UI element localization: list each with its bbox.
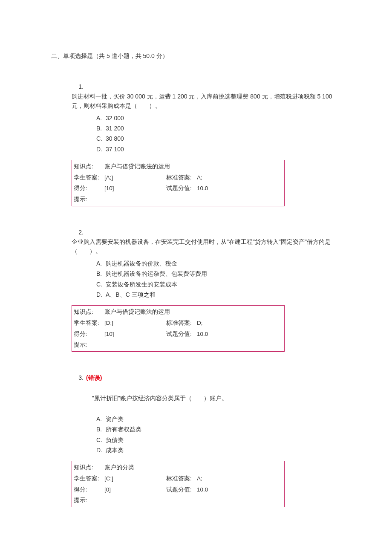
knowledge-label: 知识点: [74,161,104,172]
score-label: 得分: [74,484,104,495]
document-page: 二、单项选择题（共 5 道小题，共 50.0 分） 1.购进材料一批，买价 30… [0,0,392,555]
student-answer-label: 学生答案: [74,172,104,183]
option-letter: C. [96,435,106,445]
score-value: [10] [104,183,166,194]
option-c: C.安装设备所发生的安装成本 [96,280,341,289]
option-letter: B. [96,269,106,278]
option-d: D.37 100 [96,145,341,154]
knowledge-value: 账户与借贷记账法的运用 [104,161,170,172]
option-a: A.购进机器设备的价款、税金 [96,259,341,268]
option-text: 资产类 [106,416,124,422]
score-label: 得分: [74,183,104,194]
options-list: A.32 000 B.31 200 C.30 800 D.37 100 [96,113,341,154]
standard-answer-label: 标准答案: [166,473,197,484]
question-number: 2. [72,228,86,237]
option-a: A.32 000 [96,113,341,123]
option-a: A.资产类 [96,414,341,424]
knowledge-value: 账户的分类 [104,462,134,473]
standard-answer-value: D; [197,318,231,329]
option-b: B.购进机器设备的运杂费、包装费等费用 [96,269,341,278]
knowledge-label: 知识点: [74,462,104,473]
option-letter: D. [96,290,106,299]
student-answer-value: [A;] [104,172,166,183]
option-text: 31 200 [106,125,124,132]
student-answer-label: 学生答案: [74,473,104,484]
answer-box: 知识点: 账户与借贷记账法的运用 学生答案: [D;] 标准答案: D; 得分:… [72,305,285,352]
option-d: D.成本类 [96,445,341,455]
student-answer-label: 学生答案: [74,318,104,329]
option-c: C.30 800 [96,134,341,143]
option-text: 30 800 [106,135,124,142]
score-label: 得分: [74,329,104,340]
full-score-label: 试题分值: [166,183,197,194]
option-text: 32 000 [106,115,124,121]
option-d: D.A、B、C 三项之和 [96,290,341,299]
options-list: A.资产类 B.所有者权益类 C.负债类 D.成本类 [96,414,341,455]
standard-answer-value: A; [197,473,231,484]
student-answer-value: [C;] [104,473,166,484]
option-text: 负债类 [106,436,124,443]
standard-answer-value: A; [197,172,231,183]
full-score-label: 试题分值: [166,329,197,340]
student-answer-value: [D;] [104,318,166,329]
question-number: 3. [72,373,86,382]
option-b: B.31 200 [96,124,341,133]
full-score-value: 10.0 [197,329,231,340]
question-2: 2.企业购入需要安装的机器设备，在安装完工交付使用时，从"在建工程"贷方转入"固… [51,228,341,352]
answer-box: 知识点: 账户与借贷记账法的运用 学生答案: [A;] 标准答案: A; 得分:… [72,160,285,206]
option-text: 37 100 [106,146,124,153]
option-text: A、B、C 三项之和 [106,291,156,298]
question-stem: 企业购入需要安装的机器设备，在安装完工交付使用时，从"在建工程"贷方转入"固定资… [72,237,344,256]
option-letter: C. [96,280,106,289]
option-letter: B. [96,124,106,133]
full-score-label: 试题分值: [166,484,197,495]
answer-box: 知识点: 账户的分类 学生答案: [C;] 标准答案: A; 得分: [0] 试… [72,461,285,507]
options-list: A.购进机器设备的价款、税金 B.购进机器设备的运杂费、包装费等费用 C.安装设… [96,259,341,300]
option-letter: A. [96,113,106,123]
error-label: (错误) [86,374,102,381]
standard-answer-label: 标准答案: [166,172,197,183]
option-letter: D. [96,445,106,455]
option-letter: A. [96,259,106,268]
full-score-value: 10.0 [197,183,231,194]
option-letter: A. [96,414,106,424]
option-letter: C. [96,134,106,143]
option-letter: B. [96,425,106,434]
question-1: 1.购进材料一批，买价 30 000 元，运费 1 200 元，入库前挑选整理费… [51,82,341,206]
option-text: 安装设备所发生的安装成本 [106,281,177,288]
hint-label: 提示: [74,194,104,205]
option-text: 购进机器设备的价款、税金 [106,260,177,267]
knowledge-label: 知识点: [74,306,104,318]
knowledge-value: 账户与借贷记账法的运用 [104,306,170,318]
full-score-value: 10.0 [197,484,231,495]
option-c: C.负债类 [96,435,341,445]
option-text: 购进机器设备的运杂费、包装费等费用 [106,270,207,277]
question-stem: "累计折旧"账户按经济内容分类属于（ ）账户。 [92,393,341,403]
standard-answer-label: 标准答案: [166,318,197,329]
question-3: 3.(错误) "累计折旧"账户按经济内容分类属于（ ）账户。 A.资产类 B.所… [51,373,341,507]
option-letter: D. [96,145,106,154]
question-stem: 购进材料一批，买价 30 000 元，运费 1 200 元，入库前挑选整理费 8… [72,92,344,111]
hint-label: 提示: [74,495,104,506]
question-number: 1. [72,82,86,91]
hint-label: 提示: [74,339,104,350]
option-text: 成本类 [106,447,124,454]
option-text: 所有者权益类 [106,426,141,433]
option-b: B.所有者权益类 [96,425,341,434]
section-title: 二、单项选择题（共 5 道小题，共 50.0 分） [51,51,341,61]
score-value: [10] [104,329,166,340]
score-value: [0] [104,484,166,495]
